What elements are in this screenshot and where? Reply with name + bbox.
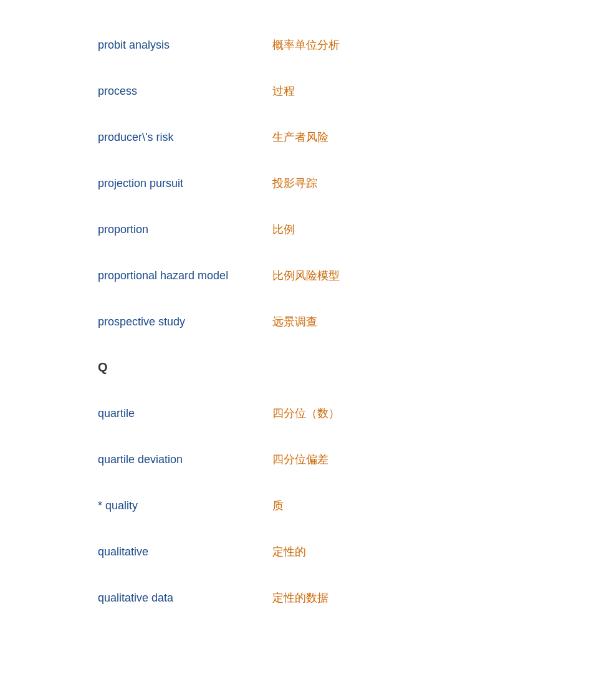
list-item: * quality质 bbox=[98, 498, 589, 513]
section-header-q: Q bbox=[98, 360, 589, 375]
translation-qualitative-data: 定性的数据 bbox=[272, 590, 328, 605]
list-item: proportion比例 bbox=[98, 222, 589, 237]
term-qualitative: qualitative bbox=[98, 545, 260, 559]
translation-producers-risk: 生产者风险 bbox=[272, 130, 328, 145]
translation-proportional-hazard-model: 比例风险模型 bbox=[272, 268, 340, 283]
translation-process: 过程 bbox=[272, 84, 295, 98]
translation-quality-star: 质 bbox=[272, 498, 284, 513]
term-qualitative-data: qualitative data bbox=[98, 592, 260, 605]
list-item: qualitative定性的 bbox=[98, 544, 589, 559]
list-item: quartile deviation四分位偏差 bbox=[98, 452, 589, 467]
translation-prospective-study: 远景调查 bbox=[272, 314, 317, 329]
translation-qualitative: 定性的 bbox=[272, 544, 306, 559]
term-proportion: proportion bbox=[98, 223, 260, 236]
term-quartile-deviation: quartile deviation bbox=[98, 453, 260, 466]
translation-projection-pursuit: 投影寻踪 bbox=[272, 176, 317, 191]
term-producers-risk: producer\'s risk bbox=[98, 131, 260, 144]
term-projection-pursuit: projection pursuit bbox=[98, 177, 260, 190]
translation-proportion: 比例 bbox=[272, 222, 295, 237]
term-prospective-study: prospective study bbox=[98, 315, 260, 328]
list-item: process过程 bbox=[98, 84, 589, 98]
translation-probit-analysis: 概率单位分析 bbox=[272, 37, 340, 52]
translation-quartile: 四分位（数） bbox=[272, 406, 340, 421]
list-item: producer\'s risk生产者风险 bbox=[98, 130, 589, 145]
list-item: qualitative data定性的数据 bbox=[98, 590, 589, 605]
list-item: quartile四分位（数） bbox=[98, 406, 589, 421]
list-item: prospective study远景调查 bbox=[98, 314, 589, 329]
translation-quartile-deviation: 四分位偏差 bbox=[272, 452, 328, 467]
list-item: projection pursuit投影寻踪 bbox=[98, 176, 589, 191]
list-item: proportional hazard model比例风险模型 bbox=[98, 268, 589, 283]
list-item: probit analysis概率单位分析 bbox=[98, 37, 589, 52]
term-process: process bbox=[98, 85, 260, 98]
term-quality-star: * quality bbox=[98, 499, 260, 512]
term-probit-analysis: probit analysis bbox=[98, 39, 260, 52]
term-quartile: quartile bbox=[98, 407, 260, 420]
term-proportional-hazard-model: proportional hazard model bbox=[98, 269, 260, 282]
